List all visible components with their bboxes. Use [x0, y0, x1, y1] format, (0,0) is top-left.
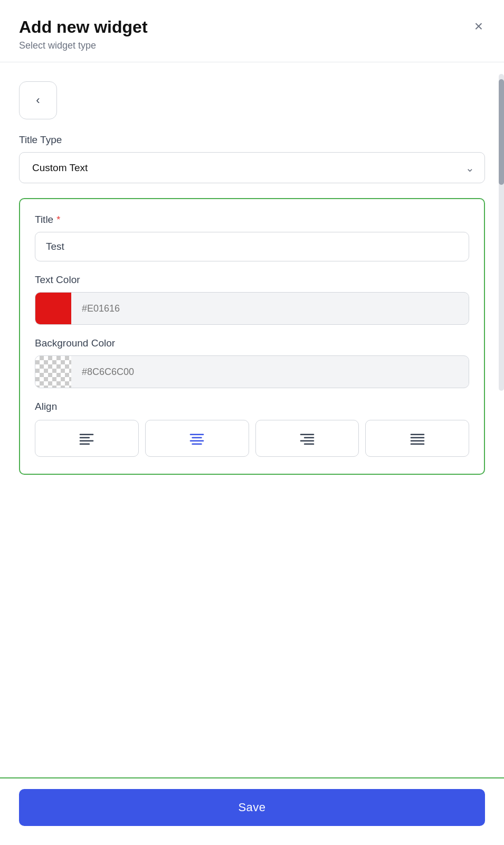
align-buttons-group [35, 420, 469, 457]
modal: Add new widget Select widget type × ‹ Ti… [0, 0, 504, 845]
scrollbar-thumb [499, 79, 504, 185]
align-label: Align [35, 401, 469, 412]
title-type-select[interactable]: Custom TextAutoNone [19, 152, 485, 183]
align-left-button[interactable] [35, 420, 139, 457]
background-color-field [35, 355, 469, 388]
modal-body: ‹ Title Type Custom TextAutoNone ⌄ Title… [0, 62, 504, 643]
save-button[interactable]: Save [19, 789, 485, 826]
scrollbar[interactable] [499, 74, 504, 391]
align-justify-button[interactable] [365, 420, 469, 457]
align-right-button[interactable] [255, 420, 359, 457]
title-input[interactable] [35, 232, 469, 261]
back-button[interactable]: ‹ [19, 81, 57, 119]
align-center-icon [189, 432, 205, 445]
title-type-select-wrapper: Custom TextAutoNone ⌄ [19, 152, 485, 183]
background-color-input[interactable] [71, 358, 469, 386]
custom-text-form: Title * Text Color Background Color Alig… [19, 198, 485, 475]
close-button[interactable]: × [472, 17, 485, 36]
header-text: Add new widget Select widget type [19, 17, 148, 51]
background-color-swatch[interactable] [35, 356, 71, 388]
text-color-input[interactable] [71, 295, 469, 323]
text-color-label: Text Color [35, 274, 469, 286]
required-star: * [56, 214, 60, 226]
title-type-label: Title Type [19, 134, 485, 146]
modal-subtitle: Select widget type [19, 40, 148, 51]
text-color-swatch[interactable] [35, 293, 71, 324]
align-left-icon [79, 432, 94, 445]
title-field-label: Title * [35, 214, 469, 226]
background-color-label: Background Color [35, 337, 469, 349]
align-right-icon [299, 432, 315, 445]
spacer [0, 643, 504, 777]
modal-title: Add new widget [19, 17, 148, 37]
modal-footer: Save [0, 777, 504, 845]
text-color-field [35, 292, 469, 325]
align-center-button[interactable] [145, 420, 249, 457]
align-justify-icon [410, 432, 425, 445]
modal-header: Add new widget Select widget type × [0, 0, 504, 62]
